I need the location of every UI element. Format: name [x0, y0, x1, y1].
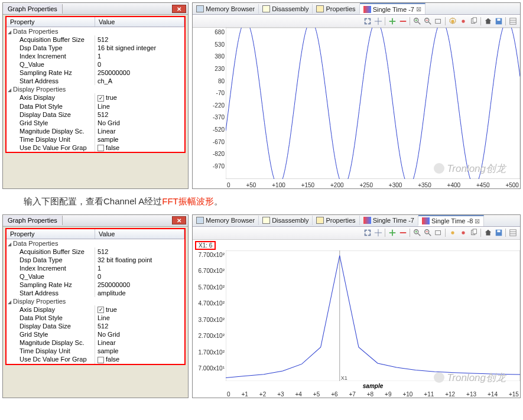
column-property[interactable]: Property: [7, 229, 95, 239]
category-row[interactable]: Data Properties: [7, 27, 184, 35]
property-value[interactable]: ✓true: [95, 305, 184, 314]
property-value[interactable]: Linear: [95, 127, 184, 135]
property-row[interactable]: Sampling Rate Hz250000000: [7, 69, 184, 77]
property-row[interactable]: Axis Display✓true: [7, 93, 184, 102]
property-row[interactable]: Acquisition Buffer Size512: [7, 35, 184, 44]
gear-icon[interactable]: [447, 16, 457, 26]
add-marker-icon[interactable]: [387, 16, 397, 26]
property-row[interactable]: Time Display Unitsample: [7, 135, 184, 144]
remove-marker-icon[interactable]: [398, 228, 408, 238]
property-row[interactable]: Magnitude Display Sc.Linear: [7, 338, 184, 347]
zoom-box-icon[interactable]: [433, 228, 443, 238]
zoom-box-icon[interactable]: [433, 16, 443, 26]
property-value[interactable]: 0: [95, 60, 184, 69]
property-row[interactable]: Data Plot StyleLine: [7, 314, 184, 322]
copy-icon[interactable]: [469, 16, 479, 26]
property-row[interactable]: Start Addressamplitude: [7, 289, 184, 297]
checkbox-icon[interactable]: ✓: [98, 307, 104, 313]
props-icon[interactable]: [508, 16, 518, 26]
column-value[interactable]: Value: [95, 229, 184, 239]
property-value[interactable]: 250000000: [95, 69, 184, 77]
tab-item[interactable]: Properties: [313, 4, 359, 14]
tab-item[interactable]: Properties: [313, 216, 359, 225]
reset-icon[interactable]: [362, 16, 372, 26]
property-row[interactable]: Dsp Data Type32 bit floating point: [7, 256, 184, 264]
property-row[interactable]: Axis Display✓true: [7, 305, 184, 314]
tab-item[interactable]: Single Time -8⊠: [418, 215, 484, 226]
property-value[interactable]: sample: [95, 135, 184, 144]
tab-item[interactable]: Disassembly: [259, 216, 313, 225]
gear-red-icon[interactable]: [458, 228, 468, 238]
property-value[interactable]: 16 bit signed integer: [95, 44, 184, 52]
zoom-in-icon[interactable]: [412, 16, 422, 26]
save-icon[interactable]: [493, 228, 503, 238]
property-row[interactable]: Use Dc Value For Grapfalse: [7, 144, 184, 152]
checkbox-icon[interactable]: [98, 145, 104, 151]
property-value[interactable]: 1: [95, 264, 184, 272]
checkbox-icon[interactable]: [98, 357, 104, 363]
column-value[interactable]: Value: [95, 17, 184, 27]
property-row[interactable]: Display Data Size512: [7, 322, 184, 330]
property-row[interactable]: Data Plot StyleLine: [7, 102, 184, 110]
property-value[interactable]: 32 bit floating point: [95, 256, 184, 264]
remove-marker-icon[interactable]: [398, 16, 408, 26]
property-value[interactable]: No Grid: [95, 119, 184, 127]
property-row[interactable]: Use Dc Value For Grapfalse: [7, 355, 184, 364]
zoom-out-icon[interactable]: [423, 16, 433, 26]
property-value[interactable]: 512: [95, 322, 184, 330]
gear-red-icon[interactable]: [458, 16, 468, 26]
add-marker-icon[interactable]: [387, 228, 397, 238]
home-icon[interactable]: [483, 228, 493, 238]
close-button[interactable]: ✕: [172, 5, 186, 13]
property-row[interactable]: Time Display Unitsample: [7, 347, 184, 355]
property-row[interactable]: Index Increment1: [7, 52, 184, 60]
tab-item[interactable]: Memory Browser: [193, 4, 259, 14]
property-value[interactable]: 512: [95, 110, 184, 119]
property-value[interactable]: false: [95, 355, 184, 364]
property-row[interactable]: Grid StyleNo Grid: [7, 330, 184, 338]
props-icon[interactable]: [508, 228, 518, 238]
save-icon[interactable]: [493, 16, 503, 26]
chart-plot-area[interactable]: X1 sample: [226, 250, 520, 381]
cursor-icon[interactable]: [373, 228, 383, 238]
property-row[interactable]: Q_Value0: [7, 272, 184, 281]
property-row[interactable]: Acquisition Buffer Size512: [7, 248, 184, 256]
property-value[interactable]: ✓true: [95, 93, 184, 102]
property-row[interactable]: Sampling Rate Hz250000000: [7, 281, 184, 289]
category-row[interactable]: Display Properties: [7, 297, 184, 305]
property-row[interactable]: Grid StyleNo Grid: [7, 119, 184, 127]
property-value[interactable]: Line: [95, 102, 184, 110]
checkbox-icon[interactable]: ✓: [98, 95, 104, 102]
category-row[interactable]: Data Properties: [7, 239, 184, 248]
category-row[interactable]: Display Properties: [7, 85, 184, 93]
property-row[interactable]: Dsp Data Type16 bit signed integer: [7, 44, 184, 52]
property-value[interactable]: false: [95, 144, 184, 152]
property-value[interactable]: ch_A: [95, 77, 184, 85]
property-value[interactable]: 250000000: [95, 281, 184, 289]
reset-icon[interactable]: [362, 228, 372, 238]
column-property[interactable]: Property: [7, 17, 95, 27]
zoom-out-icon[interactable]: [423, 228, 433, 238]
property-value[interactable]: Line: [95, 314, 184, 322]
property-row[interactable]: Index Increment1: [7, 264, 184, 272]
property-value[interactable]: No Grid: [95, 330, 184, 338]
property-row[interactable]: Start Addressch_A: [7, 77, 184, 85]
home-icon[interactable]: [483, 16, 493, 26]
property-value[interactable]: sample: [95, 347, 184, 355]
property-value[interactable]: Linear: [95, 338, 184, 347]
tab-item[interactable]: Single Time -7⊠: [360, 3, 425, 14]
property-row[interactable]: Display Data Size512: [7, 110, 184, 119]
gear-icon[interactable]: [447, 228, 457, 238]
copy-icon[interactable]: [469, 228, 479, 238]
close-button[interactable]: ✕: [172, 216, 186, 224]
chart-plot-area[interactable]: [226, 28, 520, 179]
cursor-icon[interactable]: [373, 16, 383, 26]
property-value[interactable]: 512: [95, 35, 184, 44]
property-row[interactable]: Magnitude Display Sc.Linear: [7, 127, 184, 135]
tab-item[interactable]: Single Time -7: [360, 216, 418, 225]
tab-item[interactable]: Memory Browser: [193, 216, 259, 225]
property-value[interactable]: 0: [95, 272, 184, 281]
property-value[interactable]: amplitude: [95, 289, 184, 297]
tab-item[interactable]: Disassembly: [259, 4, 313, 14]
property-value[interactable]: 512: [95, 248, 184, 256]
